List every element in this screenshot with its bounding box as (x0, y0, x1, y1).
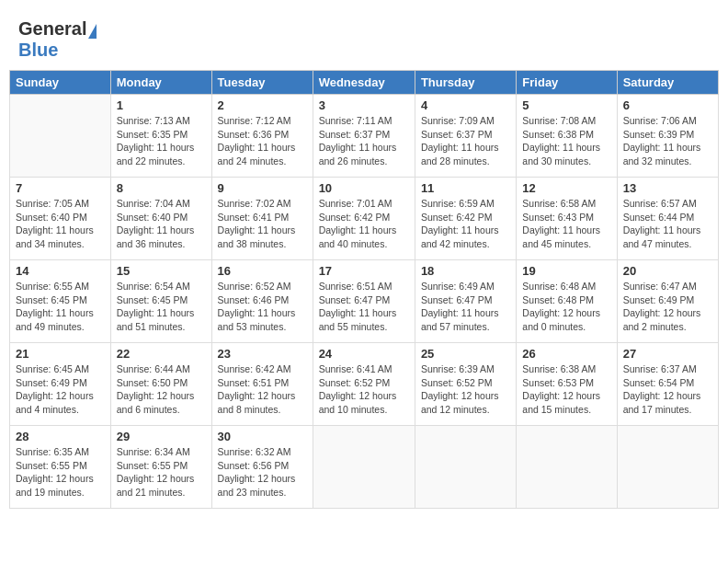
day-info: Sunrise: 6:54 AMSunset: 6:45 PMDaylight:… (117, 280, 206, 334)
day-number: 19 (522, 264, 610, 278)
day-info: Sunrise: 6:38 AMSunset: 6:53 PMDaylight:… (522, 362, 610, 417)
calendar-day-cell: 27Sunrise: 6:37 AMSunset: 6:54 PMDayligh… (617, 343, 718, 426)
day-info: Sunrise: 7:04 AMSunset: 6:40 PMDaylight:… (117, 197, 206, 251)
day-number: 2 (218, 98, 307, 112)
day-number: 11 (421, 181, 510, 195)
day-number: 30 (218, 430, 307, 443)
day-info: Sunrise: 6:57 AMSunset: 6:44 PMDaylight:… (623, 197, 712, 251)
calendar-day-cell: 8Sunrise: 7:04 AMSunset: 6:40 PMDaylight… (110, 178, 211, 260)
calendar-day-cell (313, 426, 415, 509)
header-tuesday: Tuesday (211, 71, 313, 95)
calendar-day-cell: 12Sunrise: 6:58 AMSunset: 6:43 PMDayligh… (517, 178, 617, 260)
calendar-day-cell: 18Sunrise: 6:49 AMSunset: 6:47 PMDayligh… (415, 260, 516, 343)
calendar-day-cell (517, 426, 617, 509)
day-info: Sunrise: 6:51 AMSunset: 6:47 PMDaylight:… (319, 280, 409, 334)
calendar-week-row: 21Sunrise: 6:45 AMSunset: 6:49 PMDayligh… (10, 343, 719, 426)
day-info: Sunrise: 6:37 AMSunset: 6:54 PMDaylight:… (623, 362, 712, 417)
calendar-day-cell: 10Sunrise: 7:01 AMSunset: 6:42 PMDayligh… (313, 178, 415, 260)
calendar-day-cell: 22Sunrise: 6:44 AMSunset: 6:50 PMDayligh… (110, 343, 211, 426)
day-info: Sunrise: 7:08 AMSunset: 6:38 PMDaylight:… (522, 114, 610, 168)
calendar-day-cell: 15Sunrise: 6:54 AMSunset: 6:45 PMDayligh… (110, 260, 211, 343)
header-friday: Friday (517, 71, 617, 95)
day-info: Sunrise: 6:49 AMSunset: 6:47 PMDaylight:… (421, 280, 510, 334)
calendar-day-cell: 13Sunrise: 6:57 AMSunset: 6:44 PMDayligh… (617, 178, 718, 260)
day-number: 3 (319, 98, 409, 112)
day-info: Sunrise: 6:52 AMSunset: 6:46 PMDaylight:… (218, 280, 307, 334)
calendar-week-row: 1Sunrise: 7:13 AMSunset: 6:35 PMDaylight… (10, 95, 719, 178)
calendar-day-cell (415, 426, 516, 509)
calendar-table: Sunday Monday Tuesday Wednesday Thursday… (9, 70, 719, 509)
day-info: Sunrise: 7:13 AMSunset: 6:35 PMDaylight:… (117, 114, 206, 168)
calendar-day-cell: 25Sunrise: 6:39 AMSunset: 6:52 PMDayligh… (415, 343, 516, 426)
calendar-day-cell (10, 95, 111, 178)
day-info: Sunrise: 7:11 AMSunset: 6:37 PMDaylight:… (319, 114, 409, 168)
day-info: Sunrise: 6:44 AMSunset: 6:50 PMDaylight:… (117, 362, 206, 417)
calendar-day-cell: 23Sunrise: 6:42 AMSunset: 6:51 PMDayligh… (211, 343, 313, 426)
calendar-day-cell: 19Sunrise: 6:48 AMSunset: 6:48 PMDayligh… (517, 260, 617, 343)
day-number: 18 (421, 264, 510, 278)
day-info: Sunrise: 7:09 AMSunset: 6:37 PMDaylight:… (421, 114, 510, 168)
weekday-header-row: Sunday Monday Tuesday Wednesday Thursday… (10, 71, 719, 95)
logo-arrow-icon (88, 24, 97, 39)
calendar-day-cell: 1Sunrise: 7:13 AMSunset: 6:35 PMDaylight… (110, 95, 211, 178)
day-number: 9 (218, 181, 307, 195)
day-number: 12 (522, 181, 610, 195)
day-number: 15 (117, 264, 206, 278)
day-number: 23 (218, 347, 307, 361)
calendar-day-cell: 16Sunrise: 6:52 AMSunset: 6:46 PMDayligh… (211, 260, 313, 343)
day-info: Sunrise: 6:59 AMSunset: 6:42 PMDaylight:… (421, 197, 510, 251)
day-info: Sunrise: 7:02 AMSunset: 6:41 PMDaylight:… (218, 197, 307, 251)
calendar-day-cell (617, 426, 718, 509)
day-number: 5 (522, 98, 610, 112)
day-number: 1 (117, 98, 206, 112)
calendar-day-cell: 11Sunrise: 6:59 AMSunset: 6:42 PMDayligh… (415, 178, 516, 260)
day-number: 24 (319, 347, 409, 361)
day-number: 26 (522, 347, 610, 361)
day-number: 25 (421, 347, 510, 361)
calendar-day-cell: 26Sunrise: 6:38 AMSunset: 6:53 PMDayligh… (517, 343, 617, 426)
day-info: Sunrise: 6:32 AMSunset: 6:56 PMDaylight:… (218, 445, 307, 500)
day-info: Sunrise: 6:42 AMSunset: 6:51 PMDaylight:… (218, 362, 307, 417)
day-info: Sunrise: 6:41 AMSunset: 6:52 PMDaylight:… (319, 362, 409, 417)
logo-blue-text: Blue (18, 40, 58, 60)
day-info: Sunrise: 7:06 AMSunset: 6:39 PMDaylight:… (623, 114, 712, 168)
day-number: 8 (117, 181, 206, 195)
header-monday: Monday (110, 71, 211, 95)
calendar-week-row: 28Sunrise: 6:35 AMSunset: 6:55 PMDayligh… (10, 426, 719, 509)
header-thursday: Thursday (415, 71, 516, 95)
calendar-day-cell: 30Sunrise: 6:32 AMSunset: 6:56 PMDayligh… (211, 426, 313, 509)
calendar-day-cell: 6Sunrise: 7:06 AMSunset: 6:39 PMDaylight… (617, 95, 718, 178)
calendar-day-cell: 5Sunrise: 7:08 AMSunset: 6:38 PMDaylight… (517, 95, 617, 178)
day-number: 17 (319, 264, 409, 278)
day-info: Sunrise: 6:34 AMSunset: 6:55 PMDaylight:… (117, 445, 206, 500)
calendar-day-cell: 3Sunrise: 7:11 AMSunset: 6:37 PMDaylight… (313, 95, 415, 178)
day-info: Sunrise: 6:45 AMSunset: 6:49 PMDaylight:… (16, 362, 105, 417)
calendar-day-cell: 21Sunrise: 6:45 AMSunset: 6:49 PMDayligh… (10, 343, 111, 426)
calendar-day-cell: 14Sunrise: 6:55 AMSunset: 6:45 PMDayligh… (10, 260, 111, 343)
calendar-day-cell: 7Sunrise: 7:05 AMSunset: 6:40 PMDaylight… (10, 178, 111, 260)
calendar-week-row: 7Sunrise: 7:05 AMSunset: 6:40 PMDaylight… (10, 178, 719, 260)
day-info: Sunrise: 6:35 AMSunset: 6:55 PMDaylight:… (16, 445, 105, 500)
header-saturday: Saturday (617, 71, 718, 95)
header-sunday: Sunday (10, 71, 111, 95)
day-info: Sunrise: 6:39 AMSunset: 6:52 PMDaylight:… (421, 362, 510, 417)
day-info: Sunrise: 7:12 AMSunset: 6:36 PMDaylight:… (218, 114, 307, 168)
calendar-day-cell: 17Sunrise: 6:51 AMSunset: 6:47 PMDayligh… (313, 260, 415, 343)
day-number: 29 (117, 430, 206, 443)
logo-general-text: General (18, 18, 86, 39)
calendar-day-cell: 20Sunrise: 6:47 AMSunset: 6:49 PMDayligh… (617, 260, 718, 343)
day-info: Sunrise: 6:55 AMSunset: 6:45 PMDaylight:… (16, 280, 105, 334)
calendar-day-cell: 9Sunrise: 7:02 AMSunset: 6:41 PMDaylight… (211, 178, 313, 260)
day-number: 28 (16, 430, 105, 443)
day-info: Sunrise: 6:58 AMSunset: 6:43 PMDaylight:… (522, 197, 610, 251)
day-number: 22 (117, 347, 206, 361)
calendar-day-cell: 24Sunrise: 6:41 AMSunset: 6:52 PMDayligh… (313, 343, 415, 426)
day-number: 10 (319, 181, 409, 195)
day-info: Sunrise: 6:48 AMSunset: 6:48 PMDaylight:… (522, 280, 610, 334)
day-info: Sunrise: 6:47 AMSunset: 6:49 PMDaylight:… (623, 280, 712, 334)
calendar-day-cell: 28Sunrise: 6:35 AMSunset: 6:55 PMDayligh… (10, 426, 111, 509)
day-number: 21 (16, 347, 105, 361)
day-number: 4 (421, 98, 510, 112)
day-info: Sunrise: 7:01 AMSunset: 6:42 PMDaylight:… (319, 197, 409, 251)
logo: General Blue (18, 18, 97, 61)
